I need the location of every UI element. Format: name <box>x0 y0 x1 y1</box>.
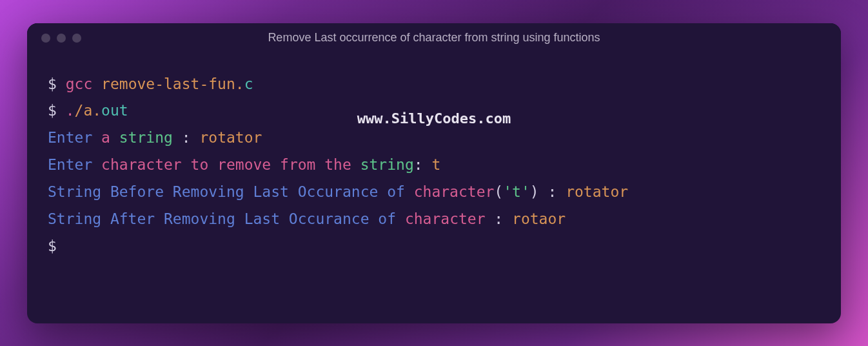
paren: ( <box>494 183 503 200</box>
ext: out <box>101 102 128 119</box>
window-title: Remove Last occurrence of character from… <box>27 31 841 45</box>
minimize-icon[interactable] <box>57 34 66 43</box>
terminal-content[interactable]: www.SillyCodes.com $ gcc remove-last-fun… <box>27 53 841 278</box>
output-prefix: String Before Removing Last Occurance of <box>48 183 414 200</box>
close: ) : <box>530 183 566 200</box>
terminal-line: Enter a string : rotator <box>48 125 820 152</box>
output-char: character <box>414 183 495 200</box>
prompt: $ <box>48 76 66 92</box>
terminal-line: $ gcc remove-last-fun.c <box>48 71 820 98</box>
output-word: string <box>119 129 173 146</box>
args: remove-last-fun. <box>92 76 244 92</box>
output-word: Enter <box>48 129 92 146</box>
output-char: character <box>405 210 486 227</box>
window-titlebar: Remove Last occurrence of character from… <box>27 23 841 53</box>
prompt: $ <box>48 238 66 254</box>
terminal-line: $ <box>48 233 820 260</box>
command: gcc <box>66 76 93 92</box>
output-word: a <box>92 129 119 146</box>
output-value: rotaor <box>512 210 566 227</box>
output-prefix: String After Removing Last Occurance of <box>48 210 405 227</box>
output-value: rotator <box>566 183 628 200</box>
dot: . <box>66 102 75 119</box>
ext: c <box>244 76 253 92</box>
terminal-line: String After Removing Last Occurance of … <box>48 206 820 233</box>
terminal-line: $ ./a.out <box>48 97 820 125</box>
output-value: t <box>431 156 440 173</box>
output-colon: : <box>173 129 200 146</box>
path: /a. <box>75 102 102 119</box>
output-colon: : <box>486 210 513 227</box>
output-value: rotator <box>199 129 262 146</box>
terminal-line: Enter character to remove from the strin… <box>48 152 820 179</box>
terminal-window: Remove Last occurrence of character from… <box>27 23 841 323</box>
output-word: character to remove from the <box>92 156 360 173</box>
prompt: $ <box>48 102 66 119</box>
output-word: Enter <box>48 156 92 173</box>
output-word: string <box>360 156 414 173</box>
output-colon: : <box>414 156 432 173</box>
maximize-icon[interactable] <box>72 34 81 43</box>
traffic-lights <box>41 34 81 43</box>
quoted: 't' <box>503 183 530 200</box>
close-icon[interactable] <box>41 34 50 43</box>
terminal-line: String Before Removing Last Occurance of… <box>48 179 820 206</box>
